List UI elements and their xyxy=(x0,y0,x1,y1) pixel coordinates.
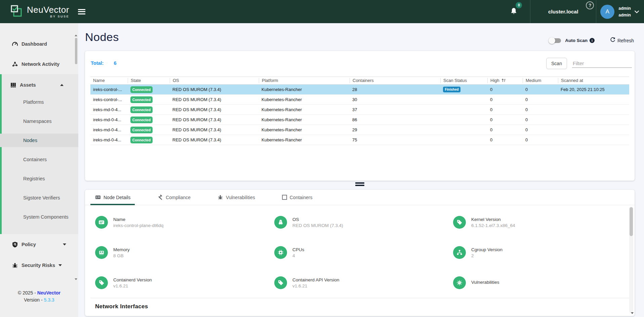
sidebar-item-label: Policy xyxy=(22,242,36,247)
panel-resize-handle[interactable] xyxy=(355,182,364,187)
user-menu[interactable]: A admin admin xyxy=(600,5,639,19)
table-row[interactable]: ireks-md-0-4... Connected RED OS MUROM (… xyxy=(90,135,629,145)
sidebar-item-policy[interactable]: Policy xyxy=(0,237,78,252)
sidebar-item-network-activity[interactable]: Network Activity xyxy=(0,57,78,72)
detail-label: Vulnerabilities xyxy=(471,280,499,285)
detail-label: OS xyxy=(292,217,343,222)
node-os: RED OS MUROM (7.3.4) xyxy=(170,117,259,122)
node-high: 0 xyxy=(487,137,523,142)
sort-icon xyxy=(501,78,506,83)
panel-scrollbar-thumb[interactable] xyxy=(630,207,633,236)
column-header-platform[interactable]: Platform xyxy=(259,78,350,83)
column-header-state[interactable]: State xyxy=(128,78,170,83)
tab-compliance[interactable]: Compliance xyxy=(157,194,191,200)
tab-containers[interactable]: Containers xyxy=(282,195,313,200)
node-platform: Kubernetes-Rancher xyxy=(259,127,350,132)
sidebar-scroll-up-icon[interactable] xyxy=(75,35,77,36)
sidebar-item-assets[interactable]: Assets xyxy=(0,78,77,92)
sidebar-item-registries[interactable]: Registries xyxy=(0,172,78,185)
brand-name: NeuVector xyxy=(27,5,69,14)
sidebar-item-label: Registries xyxy=(23,176,45,181)
hamburger-menu-icon[interactable] xyxy=(78,8,85,15)
detail-os: OSRED OS MUROM (7.3.4) xyxy=(274,216,343,229)
column-header-os[interactable]: OS xyxy=(170,78,259,83)
page-title: Nodes xyxy=(85,31,119,44)
sidebar-item-system-components[interactable]: System Components xyxy=(0,210,78,224)
sidebar-item-sigstore-verifiers[interactable]: Sigstore Verifiers xyxy=(0,191,78,205)
user-name: admin xyxy=(618,5,631,12)
detail-label: Memory xyxy=(113,247,130,252)
panel-scrollbar-track[interactable] xyxy=(629,207,633,313)
auto-scan-toggle[interactable] xyxy=(550,38,561,43)
neuvector-link[interactable]: NeuVector xyxy=(37,290,61,296)
column-header-medium[interactable]: Medium xyxy=(523,78,558,83)
node-high: 0 xyxy=(487,97,523,102)
notifications-button[interactable]: 0 xyxy=(510,7,518,17)
sidebar-scrollbar[interactable] xyxy=(75,38,77,64)
node-medium: 0 xyxy=(523,107,558,112)
state-badge: Connected xyxy=(130,137,153,143)
detail-label: Name xyxy=(113,217,163,222)
brand-subtitle: BY SUSE xyxy=(27,15,69,18)
node-containers: 30 xyxy=(350,97,440,102)
expand-caret-icon xyxy=(63,243,66,245)
table-row[interactable]: ireks-control-... Connected RED OS MUROM… xyxy=(90,85,629,95)
column-header-name[interactable]: Name xyxy=(90,78,128,83)
expand-caret-icon xyxy=(58,264,62,266)
tab-label: Vulnerabilities xyxy=(226,195,255,200)
help-icon[interactable]: ? xyxy=(586,1,594,9)
sidebar-item-nodes[interactable]: Nodes xyxy=(0,134,78,147)
tab-label: Compliance xyxy=(166,195,191,200)
detail-value: v1.6.21 xyxy=(292,283,339,288)
sidebar-item-dashboard[interactable]: Dashboard xyxy=(0,37,78,51)
node-high: 0 xyxy=(487,87,523,92)
scan-button[interactable]: Scan xyxy=(546,58,567,69)
tab-label: Containers xyxy=(290,195,313,200)
tab-label: Node Details xyxy=(104,195,130,200)
detail-value: v1.6.21 xyxy=(113,283,152,288)
section-divider xyxy=(90,298,629,298)
node-name: ireks-md-0-4... xyxy=(90,117,128,122)
sidebar-item-label: Platforms xyxy=(23,99,44,105)
column-header-high[interactable]: High xyxy=(487,78,523,83)
neuvector-logo[interactable]: NeuVector BY SUSE xyxy=(10,4,69,19)
node-platform: Kubernetes-Rancher xyxy=(259,87,350,92)
node-high: 0 xyxy=(487,127,523,132)
detail-label: CPUs xyxy=(292,247,304,252)
table-row[interactable]: ireks-control-... Connected RED OS MUROM… xyxy=(90,95,629,105)
sidebar-scroll-down-icon[interactable] xyxy=(75,278,77,280)
filter-input[interactable] xyxy=(572,59,632,68)
tab-node-details[interactable]: Node Details xyxy=(95,194,130,200)
refresh-button[interactable]: Refresh xyxy=(610,37,634,44)
detail-name: Nameireks-control-plane-dt6dq xyxy=(95,216,163,229)
column-header-containers[interactable]: Containers xyxy=(350,78,440,83)
node-platform: Kubernetes-Rancher xyxy=(259,117,350,122)
detail-kernel-version: Kernel Version6.1.52-1.el7.3.x86_64 xyxy=(453,216,515,229)
node-platform: Kubernetes-Rancher xyxy=(259,137,350,142)
bug-icon xyxy=(217,194,223,200)
sidebar-item-security-risks[interactable]: Security Risks xyxy=(0,258,78,273)
table-row[interactable]: ireks-md-0-4... Connected RED OS MUROM (… xyxy=(90,105,629,115)
tab-vulnerabilities[interactable]: Vulnerabilities xyxy=(217,194,255,200)
table-row[interactable]: ireks-md-0-4... Connected RED OS MUROM (… xyxy=(90,115,629,125)
table-row[interactable]: ireks-md-0-4... Connected RED OS MUROM (… xyxy=(90,125,629,135)
sidebar-item-containers[interactable]: Containers xyxy=(0,153,78,166)
copyright-text: © 2025 - xyxy=(18,290,36,296)
sidebar-item-namespaces[interactable]: Namespaces xyxy=(0,115,78,128)
sidebar-item-platforms[interactable]: Platforms xyxy=(0,95,78,109)
network-interfaces-heading: Network Interfaces xyxy=(95,303,148,310)
sidebar-item-label: Containers xyxy=(23,157,47,162)
panel-scroll-down-icon[interactable] xyxy=(631,312,634,314)
state-badge: Connected xyxy=(130,127,153,133)
version-line: Version - 5.3.3 xyxy=(0,297,78,303)
version-link[interactable]: 5.3.3 xyxy=(44,297,54,303)
node-platform: Kubernetes-Rancher xyxy=(259,97,350,102)
detail-cpus: CPUs4 xyxy=(274,246,304,259)
column-header-scanned-at[interactable]: Scanned at xyxy=(558,78,629,83)
sidebar-item-label: System Components xyxy=(23,214,69,220)
node-os: RED OS MUROM (7.3.4) xyxy=(170,97,259,102)
refresh-icon xyxy=(610,37,617,44)
column-header-scan-status[interactable]: Scan Status xyxy=(440,78,487,83)
square-icon xyxy=(282,195,287,200)
info-icon: i xyxy=(590,38,595,43)
